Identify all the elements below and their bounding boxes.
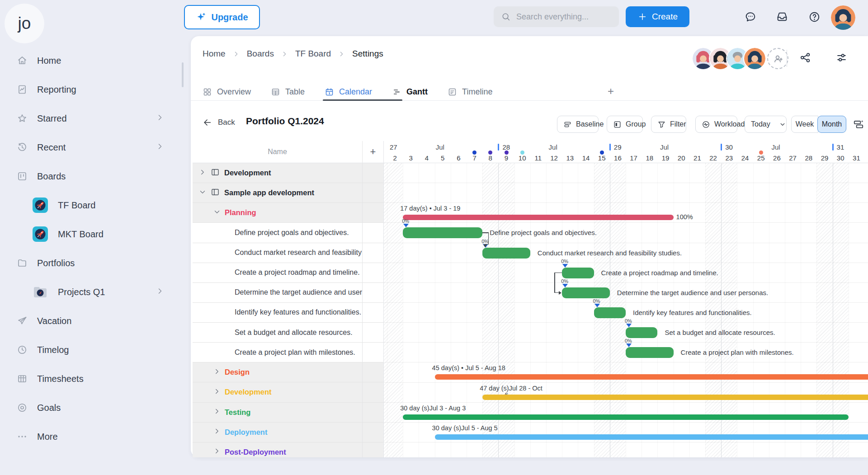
workspace-logo[interactable]: jo bbox=[5, 4, 44, 43]
task-row[interactable]: Identify key features and functionalitie… bbox=[193, 303, 383, 323]
view-month-button[interactable]: Month bbox=[817, 116, 846, 133]
row-expander[interactable] bbox=[213, 387, 221, 397]
sidebar-item-recent[interactable]: Recent bbox=[0, 133, 191, 162]
breadcrumb-item-tf-board[interactable]: TF Board bbox=[295, 49, 331, 59]
sidebar-item-mkt-board[interactable]: MKT Board bbox=[0, 220, 191, 249]
task-bar[interactable] bbox=[482, 248, 530, 259]
phase-row[interactable]: Post-Deployment bbox=[193, 442, 383, 457]
inbox-icon[interactable] bbox=[773, 8, 791, 26]
board-settings-icon[interactable] bbox=[835, 51, 848, 64]
task-bar[interactable] bbox=[562, 268, 594, 278]
sparkle-icon bbox=[196, 12, 207, 23]
create-label: Create bbox=[652, 12, 678, 22]
row-add-cell bbox=[363, 362, 383, 382]
add-column-button[interactable]: + bbox=[363, 141, 383, 163]
member-avatar[interactable] bbox=[743, 47, 766, 70]
row-expander[interactable] bbox=[198, 188, 207, 198]
help-icon[interactable] bbox=[805, 8, 823, 26]
sidebar-item-projects-q1[interactable]: Projects Q1 bbox=[0, 277, 191, 306]
sidebar-item-reporting[interactable]: Reporting bbox=[0, 75, 191, 104]
sidebar-item-vacation[interactable]: Vacation bbox=[0, 306, 191, 335]
sidebar-item-tf-board[interactable]: TF Board bbox=[0, 191, 191, 220]
sidebar-item-portfolios[interactable]: Portfolios bbox=[0, 249, 191, 277]
summary-bar[interactable] bbox=[482, 395, 868, 400]
group-row[interactable]: Development bbox=[193, 163, 383, 183]
day-number: 6 bbox=[451, 154, 467, 162]
summary-bar[interactable] bbox=[435, 374, 868, 380]
phase-row[interactable]: Testing bbox=[193, 403, 383, 423]
sidebar-item-goals[interactable]: Goals bbox=[0, 393, 191, 422]
sidebar-item-boards[interactable]: Boards bbox=[0, 162, 191, 191]
sidebar-item-label: Boards bbox=[37, 171, 66, 182]
group-row[interactable]: Sample app development bbox=[193, 183, 383, 203]
progress-marker-icon bbox=[626, 324, 632, 327]
search-input[interactable] bbox=[515, 12, 608, 22]
summary-bar[interactable] bbox=[403, 414, 849, 420]
task-bar[interactable] bbox=[594, 307, 626, 318]
tab-gantt[interactable]: Gantt bbox=[392, 87, 428, 97]
breadcrumb-item-home[interactable]: Home bbox=[203, 49, 226, 59]
row-add-cell bbox=[363, 223, 383, 242]
phase-row[interactable]: Planning bbox=[193, 203, 383, 223]
gantt-options-icon[interactable] bbox=[852, 118, 865, 131]
task-bar[interactable] bbox=[403, 227, 482, 238]
board-small-icon bbox=[211, 188, 220, 197]
baseline-button[interactable]: Baseline bbox=[557, 116, 599, 133]
row-expander[interactable] bbox=[213, 447, 221, 457]
tab-calendar[interactable]: Calendar bbox=[325, 87, 372, 97]
filter-button[interactable]: Filter bbox=[651, 116, 686, 133]
breadcrumb-item-boards[interactable]: Boards bbox=[247, 49, 274, 59]
add-view-button[interactable]: + bbox=[608, 85, 614, 98]
row-name-cell: Define project goals and objectives. bbox=[193, 223, 363, 242]
workload-button[interactable]: Workload bbox=[695, 116, 737, 133]
profile-avatar[interactable] bbox=[831, 5, 855, 30]
global-search[interactable] bbox=[494, 6, 619, 27]
row-label: Create a project roadmap and timeline. bbox=[235, 268, 360, 277]
task-row[interactable]: Create a project roadmap and timeline. bbox=[193, 263, 383, 283]
row-label: Development bbox=[225, 388, 272, 396]
sidebar-item-home[interactable]: Home bbox=[0, 46, 191, 75]
today-button[interactable]: Today bbox=[745, 116, 787, 133]
task-bar[interactable] bbox=[626, 347, 674, 358]
gantt-table-rows: DevelopmentSample app developmentPlannin… bbox=[193, 163, 383, 457]
phase-row[interactable]: Design bbox=[193, 362, 383, 382]
day-number: 31 bbox=[849, 154, 864, 162]
tab-timeline[interactable]: Timeline bbox=[448, 87, 492, 97]
sidebar-item-timesheets[interactable]: Timesheets bbox=[0, 364, 191, 393]
sidebar-scroll-indicator[interactable] bbox=[182, 62, 184, 87]
task-row[interactable]: Conduct market research and feasibility … bbox=[193, 243, 383, 263]
group-button[interactable]: Group bbox=[607, 116, 643, 133]
week-separator-tick bbox=[721, 144, 722, 150]
month-label: Jul bbox=[771, 143, 780, 151]
row-expander[interactable] bbox=[213, 367, 221, 377]
tab-table[interactable]: Table bbox=[271, 87, 305, 97]
sidebar-item-timelog[interactable]: Timelog bbox=[0, 335, 191, 364]
task-bar[interactable] bbox=[626, 327, 657, 338]
create-button[interactable]: Create bbox=[626, 6, 689, 27]
row-expander[interactable] bbox=[213, 208, 221, 218]
chat-icon[interactable] bbox=[741, 8, 760, 26]
row-expander[interactable] bbox=[213, 427, 221, 437]
back-button[interactable]: Back bbox=[203, 118, 235, 127]
share-icon[interactable] bbox=[798, 51, 812, 64]
view-week-button[interactable]: Week bbox=[791, 116, 818, 133]
row-label: Define project goals and objectives. bbox=[235, 229, 349, 237]
task-row[interactable]: Determine the target audience and user p… bbox=[193, 283, 383, 303]
task-row[interactable]: Set a budget and allocate resources. bbox=[193, 323, 383, 343]
row-expander[interactable] bbox=[198, 168, 207, 178]
phase-row[interactable]: Development bbox=[193, 382, 383, 402]
sidebar-item-more[interactable]: More bbox=[0, 422, 191, 451]
table-icon bbox=[271, 87, 280, 97]
task-row[interactable]: Define project goals and objectives. bbox=[193, 223, 383, 243]
task-bar[interactable] bbox=[562, 287, 610, 298]
breadcrumb-item-settings[interactable]: Settings bbox=[352, 49, 383, 59]
upgrade-button[interactable]: Upgrade bbox=[184, 5, 260, 29]
summary-bar[interactable] bbox=[403, 215, 673, 220]
invite-member-button[interactable] bbox=[767, 48, 788, 69]
summary-bar[interactable] bbox=[435, 434, 868, 440]
task-row[interactable]: Create a project plan with milestones. bbox=[193, 343, 383, 362]
sidebar-item-starred[interactable]: Starred bbox=[0, 104, 191, 133]
row-expander[interactable] bbox=[213, 407, 221, 417]
tab-overview[interactable]: Overview bbox=[203, 87, 251, 97]
phase-row[interactable]: Deployment bbox=[193, 423, 383, 442]
